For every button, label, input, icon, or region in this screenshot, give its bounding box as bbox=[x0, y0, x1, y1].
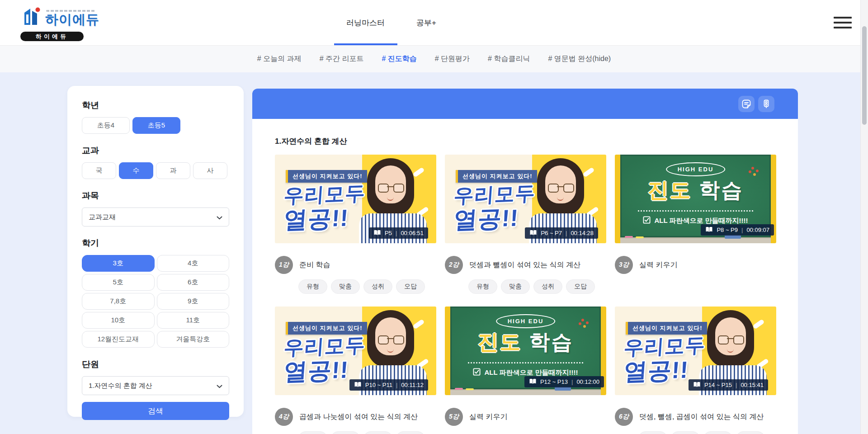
filter-option[interactable]: 11호 bbox=[157, 312, 230, 329]
search-button[interactable]: 검색 bbox=[82, 402, 229, 420]
subnav-item[interactable]: # 주간 리포트 bbox=[320, 54, 364, 64]
thumb-headline-1: 우리모두 bbox=[453, 183, 536, 206]
lecture-thumbnail[interactable]: HIGH EDU 진도학습 ALL 파란색으로 만들때까지!!!! bbox=[445, 307, 606, 395]
nav-item[interactable]: 공부+ bbox=[415, 0, 438, 45]
video-info-overlay: P8 ~ P9 | 00:09:07 bbox=[701, 224, 774, 236]
thumb-banner-text: 선생님이 지켜보고 있다! bbox=[286, 170, 367, 183]
video-duration: 00:14:28 bbox=[571, 230, 594, 236]
lecture-card[interactable]: 선생님이 지켜보고 있다! 우리모두 열공!! P6 ~ P7 | 00:14:… bbox=[445, 155, 606, 294]
lecture-thumbnail[interactable]: HIGH EDU 진도학습 ALL 파란색으로 만들때까지!!!! bbox=[615, 155, 776, 243]
tag-pill[interactable]: 오답 bbox=[396, 279, 425, 294]
filter-option[interactable]: 겨울특강호 bbox=[157, 331, 230, 348]
tag-pill[interactable]: 유형 bbox=[468, 279, 497, 294]
filter-option[interactable]: 초등4 bbox=[82, 117, 130, 134]
tag-pill[interactable]: 성취 bbox=[363, 279, 392, 294]
dotted-divider bbox=[468, 362, 583, 363]
tag-pill[interactable]: 오답 bbox=[566, 279, 595, 294]
lecture-card[interactable]: HIGH EDU 진도학습 ALL 파란색으로 만들때까지!!!! bbox=[445, 307, 606, 434]
filter-option[interactable]: 국 bbox=[82, 162, 116, 179]
filter-option[interactable]: 12월진도교재 bbox=[82, 331, 155, 348]
thumb-board-caption: ALL 파란색으로 만들때까지!!!! bbox=[622, 216, 769, 225]
subnav-item[interactable]: # 학습클리닉 bbox=[488, 54, 530, 64]
page-range: P10 ~ P11 bbox=[365, 382, 392, 388]
unit-select[interactable]: 1.자연수의 혼합 계산 bbox=[82, 376, 229, 395]
tag-pill[interactable]: 유형 bbox=[298, 431, 327, 434]
memo-icon[interactable] bbox=[738, 96, 755, 112]
lecture-number-badge: 3강 bbox=[615, 256, 633, 274]
tag-pill[interactable]: 성취 bbox=[703, 431, 732, 434]
filter-option[interactable]: 초등5 bbox=[132, 117, 180, 134]
lecture-card[interactable]: 선생님이 지켜보고 있다! 우리모두 열공!! P5 | 00:06:51 1강… bbox=[275, 155, 436, 294]
filter-option[interactable]: 7,8호 bbox=[82, 293, 155, 310]
tag-pill[interactable]: 맞춤 bbox=[671, 431, 700, 434]
subnav-item[interactable]: # 오늘의 과제 bbox=[257, 54, 302, 64]
tag-list: 유형맞춤성취오답 bbox=[468, 279, 606, 294]
thumb-banner-text: 선생님이 지켜보고 있다! bbox=[286, 322, 367, 335]
filter-option[interactable]: 5호 bbox=[82, 274, 155, 291]
filter-sidebar: 학년 초등4초등5 교과 국수과사 과목 교과교재 학기 3호4호5호6호7,8… bbox=[67, 86, 244, 417]
filter-option[interactable]: 4호 bbox=[157, 255, 230, 272]
scrollbar-thumb[interactable] bbox=[862, 26, 867, 125]
lecture-card[interactable]: HIGH EDU 진도학습 ALL 파란색으로 만들때까지!!!! bbox=[615, 155, 776, 294]
video-duration: 00:06:51 bbox=[401, 230, 424, 236]
filter-option[interactable]: 3호 bbox=[82, 255, 155, 272]
page-range: P12 ~ P13 bbox=[540, 378, 568, 385]
filter-option[interactable]: 과 bbox=[156, 162, 190, 179]
thumb-brand: HIGH EDU bbox=[666, 162, 726, 176]
lecture-thumbnail[interactable]: 선생님이 지켜보고 있다! 우리모두 열공!! P6 ~ P7 | 00:14:… bbox=[445, 155, 606, 243]
lecture-number-badge: 6강 bbox=[615, 408, 633, 426]
book-icon bbox=[354, 382, 362, 389]
thumb-banner-text: 선생님이 지켜보고 있다! bbox=[456, 170, 537, 183]
tag-pill[interactable]: 맞춤 bbox=[331, 431, 360, 434]
filter-option[interactable]: 사 bbox=[193, 162, 227, 179]
page-scrollbar[interactable] bbox=[860, 0, 868, 434]
video-duration: 00:09:07 bbox=[746, 226, 769, 233]
content-header-banner bbox=[252, 89, 798, 119]
video-duration: 00:11:12 bbox=[401, 382, 424, 388]
filter-option[interactable]: 10호 bbox=[82, 312, 155, 329]
chevron-down-icon bbox=[217, 213, 222, 221]
flower-decoration bbox=[751, 167, 754, 170]
tag-pill[interactable]: 오답 bbox=[396, 431, 425, 434]
subject-select[interactable]: 교과교재 bbox=[82, 208, 229, 226]
lecture-card[interactable]: 선생님이 지켜보고 있다! 우리모두 열공!! P10 ~ P11 | 00:1… bbox=[275, 307, 436, 434]
subnav-item[interactable]: # 영문법 완성(hide) bbox=[548, 54, 611, 64]
lecture-list-body: 1.자연수의 혼합 계산 선생님이 지켜보고 있다! 우리모두 열공!! P5 bbox=[252, 119, 798, 434]
logo[interactable]: 하이에듀 하이에듀 bbox=[20, 6, 99, 41]
overlay-separator: | bbox=[736, 382, 737, 388]
tag-pill[interactable]: 맞춤 bbox=[331, 279, 360, 294]
subnav-item[interactable]: # 진도학습 bbox=[382, 54, 416, 64]
tag-pill[interactable]: 오답 bbox=[736, 431, 765, 434]
device-icon[interactable] bbox=[758, 96, 774, 112]
logo-tagline bbox=[46, 10, 96, 12]
filter-option[interactable]: 9호 bbox=[157, 293, 230, 310]
tag-pill[interactable]: 유형 bbox=[638, 431, 667, 434]
tag-pill[interactable]: 맞춤 bbox=[501, 279, 530, 294]
video-info-overlay: P6 ~ P7 | 00:14:28 bbox=[525, 227, 598, 239]
subject-area-options: 국수과사 bbox=[82, 162, 229, 179]
overlay-separator: | bbox=[566, 230, 567, 236]
grade-options: 초등4초등5 bbox=[82, 117, 229, 134]
tag-pill[interactable]: 성취 bbox=[363, 431, 392, 434]
tag-list: 유형맞춤성취오답 bbox=[298, 279, 436, 294]
lecture-card[interactable]: 선생님이 지켜보고 있다! 우리모두 열공!! P14 ~ P15 | 00:1… bbox=[615, 307, 776, 434]
video-info-overlay: P10 ~ P11 | 00:11:12 bbox=[349, 379, 428, 391]
tag-pill[interactable]: 유형 bbox=[298, 279, 327, 294]
video-info-overlay: P14 ~ P15 | 00:15:41 bbox=[689, 379, 768, 391]
nav-item[interactable]: 러닝마스터 bbox=[344, 0, 387, 45]
overlay-separator: | bbox=[571, 378, 573, 385]
lecture-thumbnail[interactable]: 선생님이 지켜보고 있다! 우리모두 열공!! P5 | 00:06:51 bbox=[275, 155, 436, 243]
lecture-thumbnail[interactable]: 선생님이 지켜보고 있다! 우리모두 열공!! P14 ~ P15 | 00:1… bbox=[615, 307, 776, 395]
chalk-tray bbox=[620, 237, 771, 243]
tag-pill[interactable]: 성취 bbox=[533, 279, 562, 294]
lecture-thumbnail[interactable]: 선생님이 지켜보고 있다! 우리모두 열공!! P10 ~ P11 | 00:1… bbox=[275, 307, 436, 395]
page-range: P8 ~ P9 bbox=[717, 226, 738, 233]
tag-list: 유형맞춤성취오답 bbox=[298, 431, 436, 434]
thumb-board-title: 진도학습 bbox=[452, 331, 599, 352]
filter-option[interactable]: 수 bbox=[119, 162, 153, 179]
book-icon bbox=[705, 226, 713, 234]
subnav-item[interactable]: # 단원평가 bbox=[435, 54, 470, 64]
hamburger-menu-icon[interactable] bbox=[834, 17, 852, 28]
filter-option[interactable]: 6호 bbox=[157, 274, 230, 291]
video-info-overlay: P5 | 00:06:51 bbox=[369, 227, 428, 239]
